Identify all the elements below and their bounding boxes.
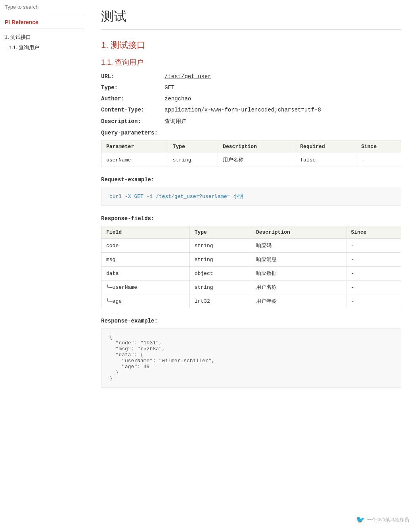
table-cell: object xyxy=(189,267,251,280)
table-cell: 用户名称 xyxy=(218,153,295,167)
main-content: 测试 1. 测试接口 1.1. 查询用户 URL: /test/get_user… xyxy=(85,0,417,532)
table-cell: 用户名称 xyxy=(251,280,346,294)
author-value: zengchao xyxy=(165,96,191,102)
response-example-code: { "code": "1031", "msg": "r52b8a", "data… xyxy=(101,328,401,388)
table-cell: int32 xyxy=(189,294,251,308)
table-cell: - xyxy=(346,239,401,253)
table-cell: string xyxy=(168,153,218,167)
section1-title: 1. 测试接口 xyxy=(101,39,401,51)
description-label: Description: xyxy=(101,118,165,125)
url-label: URL: xyxy=(101,73,165,80)
rf-header-field: Field xyxy=(101,226,190,239)
sidebar-item-query-user[interactable]: 1.1. 查询用户 xyxy=(0,42,85,53)
rf-header-since: Since xyxy=(346,226,401,239)
sidebar: PI Reference 1. 测试接口 1.1. 查询用户 xyxy=(0,0,85,532)
qp-header-parameter: Parameter xyxy=(101,140,168,153)
rf-header-description: Description xyxy=(251,226,346,239)
table-cell: false xyxy=(295,153,356,167)
table-row: codestring响应码- xyxy=(101,239,401,253)
page-title: 测试 xyxy=(101,8,401,30)
table-cell: - xyxy=(346,253,401,267)
request-example-label: Request-example: xyxy=(101,177,401,183)
table-cell: string xyxy=(189,239,251,253)
table-cell: 响应码 xyxy=(251,239,346,253)
response-example-label: Response-example: xyxy=(101,318,401,324)
table-row: └—userNamestring用户名称- xyxy=(101,280,401,294)
type-row: Type: GET xyxy=(101,85,401,91)
table-cell: - xyxy=(346,267,401,280)
table-cell: └—age xyxy=(101,294,190,308)
response-fields-label: Response-fields: xyxy=(101,215,401,222)
table-cell: 响应数据 xyxy=(251,267,346,280)
url-value: /test/get_user xyxy=(165,73,211,80)
type-label: Type: xyxy=(101,85,165,91)
response-fields-table: Field Type Description Since codestring响… xyxy=(101,226,401,308)
table-cell: - xyxy=(346,280,401,294)
table-row: userNamestring用户名称false- xyxy=(101,153,401,167)
author-row: Author: zengchao xyxy=(101,96,401,102)
qp-header-since: Since xyxy=(356,140,401,153)
table-cell: 用户年龄 xyxy=(251,294,346,308)
table-row: msgstring响应消息- xyxy=(101,253,401,267)
content-type-value: application/x-www-form-urlencoded;charse… xyxy=(165,107,321,113)
sidebar-nav: 1. 测试接口 1.1. 查询用户 xyxy=(0,29,85,56)
table-cell: string xyxy=(189,280,251,294)
table-row: dataobject响应数据- xyxy=(101,267,401,280)
qp-header-description: Description xyxy=(218,140,295,153)
table-cell: userName xyxy=(101,153,168,167)
url-row: URL: /test/get_user xyxy=(101,73,401,80)
content-type-row: Content-Type: application/x-www-form-url… xyxy=(101,107,401,113)
description-row: Description: 查询用户 xyxy=(101,118,401,125)
sidebar-item-test-interface[interactable]: 1. 测试接口 xyxy=(0,32,85,42)
table-cell: string xyxy=(189,253,251,267)
table-cell: - xyxy=(346,294,401,308)
table-cell: msg xyxy=(101,253,190,267)
table-cell: └—userName xyxy=(101,280,190,294)
watermark-text: 一个java菜鸟程序员 xyxy=(367,517,409,523)
search-input[interactable] xyxy=(0,0,85,14)
qp-header-type: Type xyxy=(168,140,218,153)
subsection1-title: 1.1. 查询用户 xyxy=(101,58,401,67)
table-row: └—ageint32用户年龄- xyxy=(101,294,401,308)
table-cell: data xyxy=(101,267,190,280)
description-value: 查询用户 xyxy=(165,118,187,125)
watermark: 🐦 一个java菜鸟程序员 xyxy=(356,515,409,524)
table-cell: - xyxy=(356,153,401,167)
query-params-table: Parameter Type Description Required Sinc… xyxy=(101,140,401,167)
watermark-icon: 🐦 xyxy=(356,515,365,524)
qp-header-required: Required xyxy=(295,140,356,153)
query-params-label: Query-parameters: xyxy=(101,130,401,136)
sidebar-title: PI Reference xyxy=(0,14,85,29)
table-cell: 响应消息 xyxy=(251,253,346,267)
rf-header-type: Type xyxy=(189,226,251,239)
content-type-label: Content-Type: xyxy=(101,107,165,113)
type-value: GET xyxy=(165,85,174,91)
request-example-code: curl -X GET -i /test/get_user?userName= … xyxy=(101,187,401,206)
table-cell: code xyxy=(101,239,190,253)
author-label: Author: xyxy=(101,96,165,102)
